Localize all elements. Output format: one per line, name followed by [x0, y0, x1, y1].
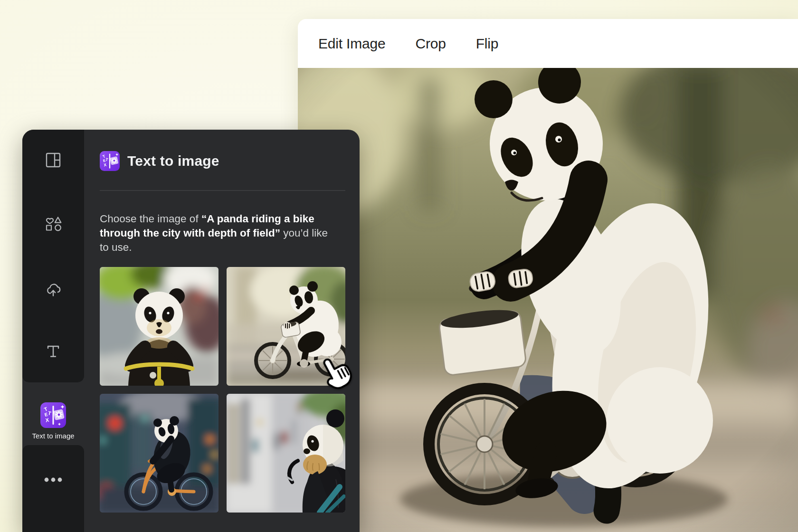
result-thumbnail-3[interactable]: [100, 394, 218, 513]
sidebar-item-design[interactable]: [22, 151, 84, 169]
panel-divider: [100, 190, 345, 191]
panel-header: T E T X Text to imag: [100, 151, 219, 171]
result-grid: [100, 267, 345, 513]
sidebar-item-more[interactable]: [22, 471, 84, 489]
text-to-image-icon: T E T X: [100, 151, 120, 171]
sidebar-rail: T E T X T: [22, 130, 84, 532]
app-screen: Edit Image Crop Flip: [0, 0, 798, 532]
prompt-description: Choose the image of “A panda riding a bi…: [100, 212, 333, 255]
sidebar-item-text-to-image[interactable]: T E T X T: [22, 395, 84, 447]
crop-button[interactable]: Crop: [415, 36, 446, 52]
canvas-image[interactable]: [298, 68, 798, 532]
canvas-toolbar: Edit Image Crop Flip: [298, 19, 798, 68]
result-thumbnail-2[interactable]: [227, 267, 345, 386]
result-thumbnail-4[interactable]: [227, 394, 345, 513]
sidebar-item-elements[interactable]: [22, 213, 84, 231]
sidebar-item-label: Text to image: [32, 432, 74, 440]
ellipsis-icon: [41, 471, 65, 489]
text-to-image-icon: T E T X: [40, 402, 66, 428]
edit-image-button[interactable]: Edit Image: [318, 36, 385, 52]
text-icon: [44, 342, 62, 361]
shapes-icon: [44, 213, 62, 231]
sidebar-item-uploads[interactable]: [22, 281, 84, 299]
flip-button[interactable]: Flip: [476, 36, 499, 52]
panel-title: Text to image: [127, 153, 219, 169]
cloud-upload-icon: [44, 281, 62, 299]
panda-canvas-illustration: [298, 68, 798, 532]
result-thumbnail-1[interactable]: [100, 267, 218, 386]
sidebar-item-text[interactable]: [22, 342, 84, 361]
text-to-image-panel: T E T X T: [22, 130, 360, 532]
layout-template-icon: [44, 151, 62, 169]
panel-content: T E T X Text to imag: [100, 130, 345, 532]
editor-window: Edit Image Crop Flip: [298, 19, 798, 532]
description-prefix: Choose the image of: [100, 213, 201, 225]
